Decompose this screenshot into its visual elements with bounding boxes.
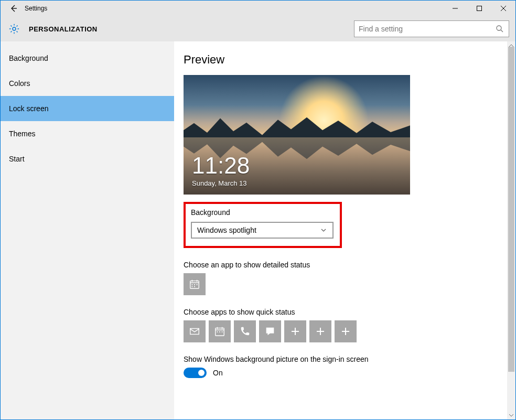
detailed-status-row [184,273,515,295]
quick-status-slot-empty[interactable] [335,320,357,342]
detailed-status-label: Choose an app to show detailed status [184,261,515,269]
detailed-status-slot[interactable] [184,273,206,295]
quick-status-slot[interactable] [209,320,231,342]
svg-rect-4 [192,284,193,285]
signin-bg-toggle[interactable] [184,368,207,378]
gear-icon [7,21,22,36]
svg-rect-7 [192,286,193,287]
background-setting-highlight: Background Windows spotlight [184,202,342,248]
header-row: PERSONALIZATION [1,16,515,41]
maximize-button[interactable] [467,1,491,16]
calendar-icon [214,326,225,337]
lock-date: Sunday, March 13 [192,179,250,187]
sidebar-item-themes[interactable]: Themes [1,121,174,146]
background-dropdown[interactable]: Windows spotlight [191,222,334,239]
plus-icon [315,326,326,337]
lock-time: 11:28 [192,154,250,177]
sidebar-item-label: Themes [9,130,36,138]
background-dropdown-value: Windows spotlight [197,226,320,234]
svg-rect-8 [194,286,195,287]
scroll-down-icon[interactable] [507,411,515,419]
quick-status-slot[interactable] [234,320,256,342]
content-pane: Preview 11:28 Sunday, March 13 [174,41,515,419]
close-button[interactable] [491,1,515,16]
sidebar-item-label: Lock screen [9,104,48,113]
quick-status-slot-empty[interactable] [309,320,331,342]
svg-rect-12 [219,331,220,332]
svg-rect-5 [194,284,195,285]
preview-heading: Preview [184,53,515,67]
quick-status-slot[interactable] [259,320,281,342]
chevron-down-icon [320,227,327,234]
mail-icon [189,326,200,337]
svg-rect-13 [222,331,223,332]
scrollbar-thumb[interactable] [508,47,514,372]
sidebar-item-label: Background [9,54,48,62]
plus-icon [340,326,351,337]
back-button[interactable] [6,1,22,16]
minimize-button[interactable] [443,1,467,16]
sidebar-item-label: Colors [9,79,30,88]
message-icon [264,326,276,337]
sidebar-item-label: Start [9,155,25,163]
quick-status-label: Choose apps to show quick status [184,308,515,316]
lock-screen-preview: 11:28 Sunday, March 13 [184,75,410,195]
sidebar-item-lock-screen[interactable]: Lock screen [1,96,174,121]
svg-rect-6 [197,284,198,285]
signin-bg-toggle-text: On [213,369,223,377]
svg-point-2 [497,26,501,30]
background-label: Background [191,208,335,217]
search-icon [495,24,504,34]
svg-rect-9 [190,329,199,335]
svg-rect-11 [217,331,218,332]
scrollbar[interactable] [507,41,515,419]
search-input[interactable] [359,21,495,37]
quick-status-slot-empty[interactable] [284,320,306,342]
plus-icon [290,326,300,337]
svg-rect-0 [477,6,482,11]
svg-point-1 [13,27,16,30]
calendar-icon [189,278,200,290]
search-field[interactable] [354,20,509,37]
signin-bg-label: Show Windows background picture on the s… [184,355,515,363]
window-title: Settings [25,5,47,12]
sidebar-item-background[interactable]: Background [1,46,174,71]
sidebar-item-colors[interactable]: Colors [1,71,174,96]
quick-status-row [184,320,515,342]
sidebar-item-start[interactable]: Start [1,146,174,171]
category-title: PERSONALIZATION [29,25,98,33]
sidebar: Background Colors Lock screen Themes Sta… [1,41,174,419]
phone-icon [239,326,251,337]
title-bar: Settings [1,1,515,16]
quick-status-slot[interactable] [184,320,206,342]
